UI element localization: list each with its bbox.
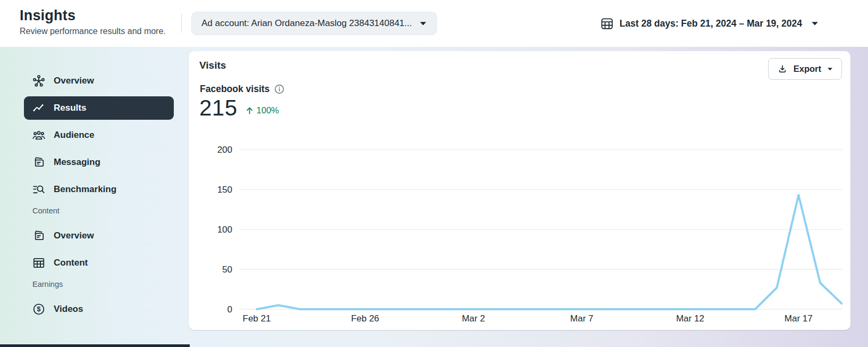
metric-change-text: 100%: [257, 105, 279, 115]
visits-chart: 200150100500Feb 21Feb 26Mar 2Mar 7Mar 12…: [199, 141, 842, 327]
ad-account-label: Ad account: Arian Ordaneza-Maslog 238431…: [201, 18, 412, 29]
sidebar-item-label: Audience: [54, 130, 95, 141]
sidebar-item-label: Results: [54, 103, 86, 113]
info-icon[interactable]: [274, 84, 284, 94]
sidebar-item-label: Content: [54, 258, 88, 268]
chevron-down-icon: [811, 21, 819, 26]
arrow-up-icon: [246, 107, 254, 114]
trend-icon: [32, 102, 46, 114]
sidebar: OverviewResultsAudienceMessagingBenchmar…: [24, 47, 174, 325]
chevron-down-icon: [419, 18, 427, 29]
sidebar-section-content: Content: [32, 206, 174, 215]
bottom-dark-strip: [0, 344, 190, 347]
dollar-icon: $: [32, 302, 46, 316]
visits-card: Visits Export Facebook visits: [189, 51, 850, 330]
content-area: OverviewResultsAudienceMessagingBenchmar…: [0, 47, 868, 347]
sidebar-item-label: Videos: [54, 304, 83, 315]
calendar-icon: [600, 16, 614, 30]
sidebar-item-results[interactable]: Results: [24, 96, 174, 120]
svg-text:Feb 26: Feb 26: [351, 313, 379, 324]
sidebar-item-label: Messaging: [54, 157, 100, 168]
benchmark-search-icon: [32, 183, 46, 196]
svg-text:0: 0: [227, 304, 232, 315]
sidebar-item-messaging[interactable]: Messaging: [24, 151, 174, 174]
network-icon: [32, 74, 46, 88]
metric-change: 100%: [246, 105, 279, 115]
export-label: Export: [794, 64, 821, 74]
svg-text:Mar 12: Mar 12: [676, 313, 704, 324]
card-title: Visits: [199, 60, 226, 71]
page-header: Insights Review performance results and …: [0, 0, 868, 47]
sidebar-item-audience[interactable]: Audience: [24, 123, 174, 147]
sidebar-item-benchmarking[interactable]: Benchmarking: [24, 178, 174, 201]
svg-text:150: 150: [217, 185, 232, 195]
visits-chart-svg: 200150100500Feb 21Feb 26Mar 2Mar 7Mar 12…: [199, 141, 842, 327]
messages-icon: [32, 155, 46, 169]
sidebar-item-label: Overview: [54, 76, 94, 86]
date-range-dropdown[interactable]: Last 28 days: Feb 21, 2024 – Mar 19, 202…: [600, 12, 819, 35]
table-icon: [32, 256, 46, 270]
svg-text:Mar 17: Mar 17: [785, 313, 813, 324]
metric-value: 215: [199, 97, 238, 119]
page-title: Insights: [20, 7, 75, 24]
svg-text:$: $: [37, 305, 41, 313]
svg-text:50: 50: [222, 265, 232, 275]
download-icon: [777, 64, 788, 75]
chevron-down-icon: [827, 67, 833, 71]
cards-icon: [32, 229, 46, 243]
sidebar-section-earnings: Earnings: [32, 280, 174, 288]
metric-value-row: 215 100%: [199, 97, 279, 119]
page-subtitle: Review performance results and more.: [20, 27, 166, 36]
export-button[interactable]: Export: [768, 58, 842, 80]
ad-account-dropdown[interactable]: Ad account: Arian Ordaneza-Maslog 238431…: [191, 12, 437, 35]
metric-label-row: Facebook visits: [200, 84, 284, 95]
sidebar-item-overview[interactable]: Overview: [24, 69, 174, 93]
app-root: Insights Review performance results and …: [0, 0, 868, 347]
sidebar-item-content-content[interactable]: Content: [24, 251, 174, 275]
people-icon: [32, 128, 46, 142]
sidebar-item-label: Overview: [54, 230, 94, 241]
svg-text:100: 100: [217, 225, 232, 235]
sidebar-item-content-overview[interactable]: Overview: [24, 224, 174, 247]
header-divider: [181, 14, 182, 33]
metric-label: Facebook visits: [200, 84, 269, 95]
date-range-label: Last 28 days: Feb 21, 2024 – Mar 19, 202…: [620, 18, 802, 29]
svg-text:Mar 7: Mar 7: [570, 313, 593, 324]
svg-text:Mar 2: Mar 2: [462, 313, 485, 324]
sidebar-item-earnings-videos[interactable]: $Videos: [24, 298, 174, 321]
sidebar-item-label: Benchmarking: [54, 184, 116, 195]
svg-text:Feb 21: Feb 21: [243, 313, 271, 324]
svg-text:200: 200: [217, 145, 232, 155]
